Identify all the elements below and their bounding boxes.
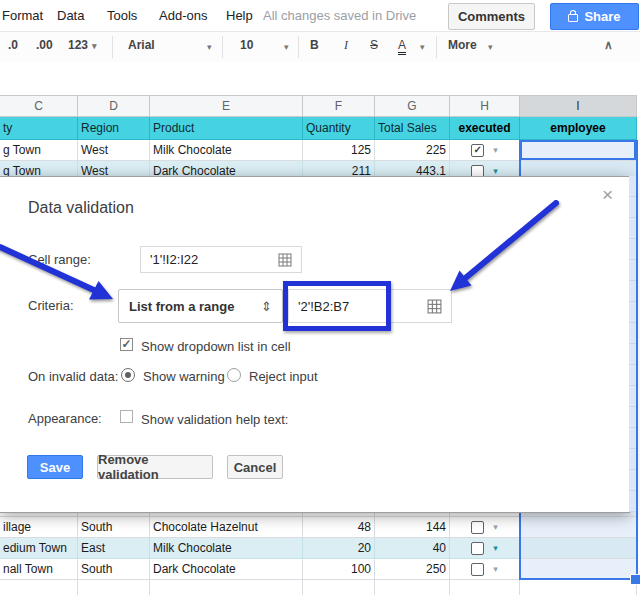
checkbox-checked-icon[interactable]: ✓ [471, 144, 484, 157]
cell-empty[interactable] [303, 580, 375, 595]
checkbox-unchecked-icon[interactable] [471, 563, 484, 576]
cancel-button[interactable]: Cancel [227, 455, 283, 479]
show-dropdown-checkbox[interactable]: ✓ [120, 338, 133, 351]
chevron-down-icon: ▾ [92, 41, 97, 51]
dropdown-arrow-icon[interactable]: ▾ [493, 145, 498, 155]
cell-range-input[interactable]: '1'!I2:I22 [140, 246, 302, 273]
header-employee[interactable]: employee [520, 117, 637, 140]
cell-region[interactable]: West [78, 140, 150, 161]
column-header-i-selected[interactable]: I [520, 95, 637, 117]
cell-range-value: '1'!I2:I22 [150, 252, 198, 267]
header-executed[interactable]: executed [450, 117, 520, 140]
formula-bar-strip [0, 62, 640, 95]
chevron-down-icon[interactable]: ▾ [488, 42, 493, 52]
more-button[interactable]: More [448, 38, 477, 52]
table-row: g Town West Milk Chocolate 125 225 ✓ ▾ [0, 140, 640, 161]
comments-button[interactable]: Comments [448, 3, 535, 30]
selection-fill-handle[interactable] [630, 574, 640, 585]
cell-product[interactable]: Milk Chocolate [150, 538, 303, 559]
italic-button[interactable]: I [344, 38, 348, 53]
cell-quantity[interactable]: 20 [303, 538, 375, 559]
chevron-down-icon[interactable]: ▾ [207, 42, 212, 52]
strikethrough-button[interactable]: S [370, 38, 378, 52]
menu-help[interactable]: Help [226, 8, 253, 23]
cell-total-sales[interactable]: 225 [375, 140, 450, 161]
decrease-decimal-button[interactable]: .0 [8, 38, 18, 52]
remove-validation-button[interactable]: Remove validation [97, 455, 213, 479]
cell-empty[interactable] [78, 580, 150, 595]
cell-executed-checkbox[interactable]: ▾ [450, 517, 520, 538]
font-size-select[interactable]: 10 [240, 38, 253, 52]
dropdown-arrow-icon[interactable]: ▾ [493, 564, 498, 574]
cell-quantity[interactable]: 48 [303, 517, 375, 538]
cell-executed-checkbox[interactable]: ✓ ▾ [450, 140, 520, 161]
checkbox-unchecked-icon[interactable] [471, 521, 484, 534]
menu-tools[interactable]: Tools [107, 8, 137, 23]
reject-input-label: Reject input [249, 369, 318, 384]
cell-product[interactable]: Milk Chocolate [150, 140, 303, 161]
menu-data[interactable]: Data [57, 8, 84, 23]
column-header-f[interactable]: F [303, 95, 375, 117]
select-range-icon[interactable] [278, 253, 292, 267]
number-format-button[interactable]: 123▾ [68, 38, 97, 52]
criteria-type-select[interactable]: List from a range ⇕ [118, 289, 283, 323]
checkbox-unchecked-icon[interactable] [471, 542, 484, 555]
cell-total-sales[interactable]: 40 [375, 538, 450, 559]
cell-region[interactable]: South [78, 517, 150, 538]
cell-empty[interactable] [375, 580, 450, 595]
select-range-icon[interactable] [427, 299, 442, 314]
reject-input-radio[interactable] [227, 368, 241, 382]
cell-empty[interactable] [520, 580, 637, 595]
bold-button[interactable]: B [310, 38, 319, 52]
dropdown-arrow-icon[interactable]: ▾ [493, 522, 498, 532]
increase-decimal-button[interactable]: .00 [36, 38, 53, 52]
data-validation-dialog: Data validation × Cell range: '1'!I2:I22… [0, 176, 630, 513]
cell-empty[interactable] [450, 580, 520, 595]
dropdown-arrow-icon[interactable]: ▾ [493, 543, 498, 553]
dropdown-arrow-icon[interactable]: ▾ [493, 166, 498, 176]
toolbar-separator [298, 36, 299, 58]
header-region[interactable]: Region [78, 117, 150, 140]
column-header-h[interactable]: H [450, 95, 520, 117]
cell-employee[interactable] [520, 538, 637, 559]
active-cell-i2[interactable] [520, 140, 637, 161]
cell-empty[interactable] [150, 580, 303, 595]
collapse-toolbar-button[interactable]: ∧ [604, 38, 613, 52]
cell-city[interactable]: edium Town [0, 538, 78, 559]
cell-employee[interactable] [520, 559, 637, 580]
header-city[interactable]: ty [0, 117, 78, 140]
header-quantity[interactable]: Quantity [303, 117, 375, 140]
cell-city[interactable]: nall Town [0, 559, 78, 580]
cell-city[interactable]: g Town [0, 140, 78, 161]
font-select[interactable]: Arial [128, 38, 155, 52]
cell-executed-checkbox[interactable]: ▾ [450, 538, 520, 559]
help-text-checkbox[interactable] [120, 410, 133, 423]
save-button[interactable]: Save [27, 455, 83, 479]
cell-total-sales[interactable]: 144 [375, 517, 450, 538]
cell-region[interactable]: South [78, 559, 150, 580]
column-header-e[interactable]: E [150, 95, 303, 117]
column-header-c[interactable]: C [0, 95, 78, 117]
show-warning-radio[interactable] [121, 368, 135, 382]
cell-total-sales[interactable]: 250 [375, 559, 450, 580]
close-icon[interactable]: × [602, 184, 613, 206]
column-header-d[interactable]: D [78, 95, 150, 117]
cell-quantity[interactable]: 100 [303, 559, 375, 580]
text-color-button[interactable]: A [398, 38, 406, 55]
cell-region[interactable]: East [78, 538, 150, 559]
cell-product[interactable]: Chocolate Hazelnut [150, 517, 303, 538]
cell-product[interactable]: Dark Chocolate [150, 559, 303, 580]
menu-format[interactable]: Format [2, 8, 43, 23]
menu-addons[interactable]: Add-ons [159, 8, 207, 23]
cell-executed-checkbox[interactable]: ▾ [450, 559, 520, 580]
cell-city[interactable]: illage [0, 517, 78, 538]
header-total-sales[interactable]: Total Sales [375, 117, 450, 140]
chevron-down-icon[interactable]: ▾ [284, 42, 289, 52]
column-header-g[interactable]: G [375, 95, 450, 117]
chevron-down-icon[interactable]: ▾ [420, 42, 425, 52]
cell-employee[interactable] [520, 517, 637, 538]
share-button[interactable]: Share [550, 3, 639, 30]
header-product[interactable]: Product [150, 117, 303, 140]
cell-empty[interactable] [0, 580, 78, 595]
cell-quantity[interactable]: 125 [303, 140, 375, 161]
